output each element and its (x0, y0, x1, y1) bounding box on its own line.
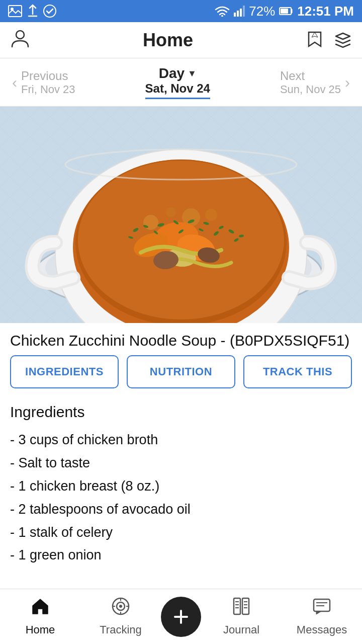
nav-item-messages[interactable]: Messages (282, 597, 362, 636)
journal-icon (232, 597, 251, 620)
svg-point-25 (166, 207, 176, 217)
soup-illustration (0, 107, 362, 323)
battery-icon (279, 7, 293, 16)
track-this-button[interactable]: TRACK THIS (243, 355, 352, 388)
ingredients-section: Ingredients - 3 cups of chicken broth- S… (0, 398, 362, 617)
page-title: Home (143, 30, 193, 51)
home-label: Home (26, 623, 55, 636)
svg-point-2 (44, 5, 56, 17)
svg-point-3 (221, 15, 223, 17)
previous-day[interactable]: ‹ Previous Fri, Nov 23 (12, 69, 75, 96)
svg-rect-0 (9, 6, 22, 17)
time-display: 12:51 PM (297, 4, 354, 19)
current-date: Sat, Nov 24 (145, 82, 210, 99)
svg-rect-59 (234, 598, 240, 614)
ingredient-item: - 3 cups of chicken broth (10, 429, 352, 452)
current-day-center[interactable]: Day ▼ Sat, Nov 24 (145, 65, 210, 99)
check-icon (43, 5, 56, 18)
next-date: Sun, Nov 25 (280, 83, 341, 96)
tracking-icon (111, 597, 130, 620)
recipe-title: Chicken Zucchini Noodle Soup - (B0PDX5SI… (0, 323, 362, 355)
nutrition-button[interactable]: NUTRITION (127, 355, 235, 388)
nav-item-tracking[interactable]: Tracking (80, 597, 161, 636)
upload-icon (27, 4, 38, 18)
svg-point-52 (119, 605, 122, 608)
ingredients-list: - 3 cups of chicken broth- Salt to taste… (10, 429, 352, 567)
svg-rect-7 (243, 6, 245, 17)
ingredients-button[interactable]: INGREDIENTS (10, 355, 119, 388)
messages-icon (312, 597, 331, 620)
ingredient-item: - 1 chicken breast (8 oz.) (10, 475, 352, 498)
battery-text: 72% (249, 4, 275, 19)
next-day[interactable]: Next Sun, Nov 25 › (280, 69, 350, 96)
ingredient-item: - 1 green onion (10, 544, 352, 567)
bottom-navigation: Home Tracking (0, 589, 362, 644)
svg-point-27 (205, 209, 217, 221)
svg-rect-60 (242, 598, 249, 614)
ingredients-heading: Ingredients (10, 404, 352, 421)
signal-icon (234, 6, 245, 17)
dropdown-arrow-icon: ▼ (188, 68, 197, 79)
action-buttons: INGREDIENTS NUTRITION TRACK THIS (0, 355, 362, 398)
food-image (0, 107, 362, 323)
ingredient-item: - 2 tablespoons of avocado oil (10, 498, 352, 521)
top-navigation: Home (0, 22, 362, 58)
nav-item-journal[interactable]: Journal (201, 597, 282, 636)
journal-label: Journal (223, 623, 259, 636)
home-icon (31, 597, 50, 620)
status-bar: 72% 12:51 PM (0, 0, 362, 22)
ingredient-item: - 1 stalk of celery (10, 521, 352, 544)
layers-icon[interactable] (334, 30, 352, 50)
tracking-label: Tracking (100, 623, 142, 636)
messages-label: Messages (297, 623, 347, 636)
previous-label: Previous (21, 69, 75, 83)
nav-item-home[interactable]: Home (0, 597, 80, 636)
svg-point-10 (16, 31, 24, 39)
previous-date: Fri, Nov 23 (21, 83, 75, 96)
add-button[interactable] (161, 597, 201, 637)
status-right-icons: 72% 12:51 PM (215, 4, 354, 19)
plus-icon (171, 607, 191, 627)
svg-rect-4 (234, 13, 236, 17)
svg-point-24 (143, 215, 158, 230)
ingredient-item: - Salt to taste (10, 452, 352, 475)
left-arrow-icon: ‹ (12, 74, 17, 91)
svg-rect-5 (237, 11, 239, 17)
next-label: Next (280, 69, 341, 83)
profile-icon[interactable] (10, 28, 30, 52)
day-selector[interactable]: Day ▼ (145, 65, 210, 82)
image-icon (8, 5, 22, 17)
nav-right-actions (306, 30, 352, 50)
wifi-icon (215, 6, 230, 17)
bookmark-icon[interactable] (306, 30, 324, 50)
right-arrow-icon: › (345, 74, 350, 91)
day-navigation: ‹ Previous Fri, Nov 23 Day ▼ Sat, Nov 24… (0, 58, 362, 107)
status-left-icons (8, 4, 56, 18)
svg-rect-9 (281, 9, 288, 14)
svg-rect-6 (240, 9, 242, 17)
